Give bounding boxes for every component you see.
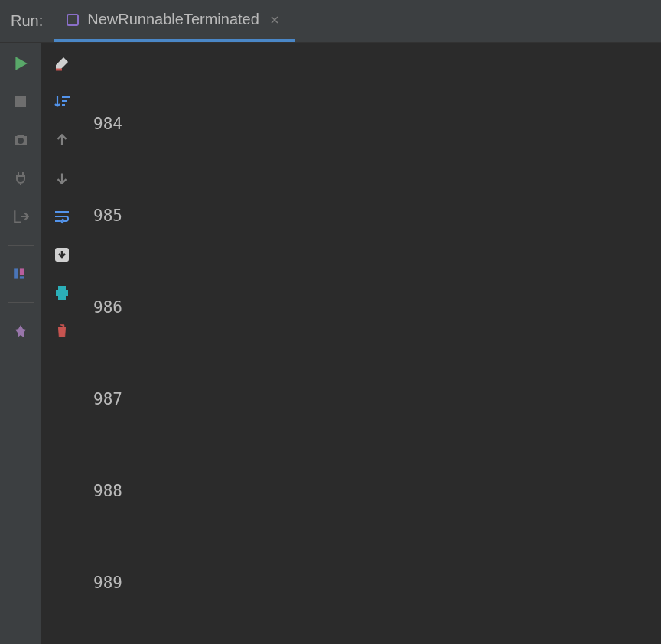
print-button[interactable] [50, 281, 73, 304]
toolbar-divider [8, 302, 34, 303]
app-icon [66, 13, 80, 27]
svg-point-2 [18, 138, 24, 144]
scroll-to-end-button[interactable] [50, 243, 73, 266]
left-toolbar [0, 43, 41, 644]
run-body: 984 985 986 987 988 989 990 991 992 993 … [0, 43, 661, 644]
plug-button[interactable] [9, 167, 32, 190]
run-tab[interactable]: NewRunnableTerminated [54, 0, 295, 42]
run-button[interactable] [9, 52, 32, 75]
console-line: 984 [93, 109, 650, 139]
wrap-button[interactable] [50, 205, 73, 228]
console-toolbar [41, 43, 83, 644]
down-button[interactable] [50, 167, 73, 190]
console-line: 987 [93, 384, 650, 415]
exit-button[interactable] [9, 205, 32, 228]
console-line: 989 [93, 568, 650, 598]
toolbar-divider [8, 245, 34, 246]
camera-button[interactable] [9, 128, 32, 151]
svg-rect-0 [67, 15, 78, 25]
svg-rect-1 [15, 96, 26, 107]
console-line: 986 [93, 292, 650, 323]
svg-rect-5 [19, 276, 24, 278]
console-line: 985 [93, 200, 650, 231]
run-label: Run: [0, 12, 54, 30]
stop-button[interactable] [9, 90, 32, 113]
run-header: Run: NewRunnableTerminated [0, 0, 661, 43]
sort-button[interactable] [50, 90, 73, 113]
eraser-button[interactable] [50, 52, 73, 75]
console-line: 988 [93, 476, 650, 506]
layout-button[interactable] [9, 262, 32, 285]
up-button[interactable] [50, 128, 73, 151]
svg-rect-3 [14, 268, 18, 278]
close-icon[interactable] [267, 10, 282, 29]
trash-button[interactable] [50, 320, 73, 343]
pin-button[interactable] [9, 320, 32, 343]
svg-rect-4 [19, 268, 24, 275]
console-output[interactable]: 984 985 986 987 988 989 990 991 992 993 … [83, 43, 661, 644]
tab-title: NewRunnableTerminated [87, 11, 259, 28]
